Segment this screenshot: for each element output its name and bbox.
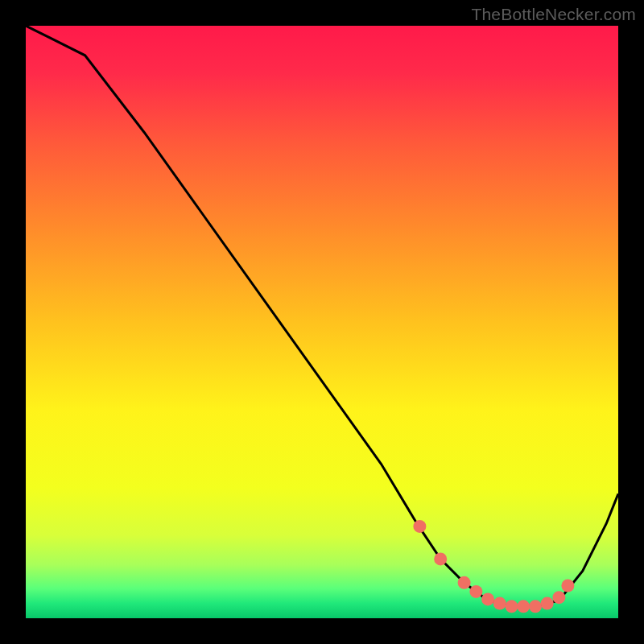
marker-dot [506,600,518,613]
marker-dot [458,576,471,589]
marker-dot [493,597,506,610]
chart-svg [26,26,618,618]
attribution-text: TheBottleNecker.com [471,5,636,24]
marker-dot [529,600,542,613]
marker-dot [541,597,554,610]
gradient-background [26,26,618,618]
marker-dot [481,592,494,605]
chart-frame [26,26,618,618]
marker-dot [552,591,565,604]
marker-dot [469,585,482,598]
marker-dot [434,552,447,565]
marker-dot [517,600,530,613]
marker-dot [561,580,574,592]
marker-dot [413,520,426,533]
